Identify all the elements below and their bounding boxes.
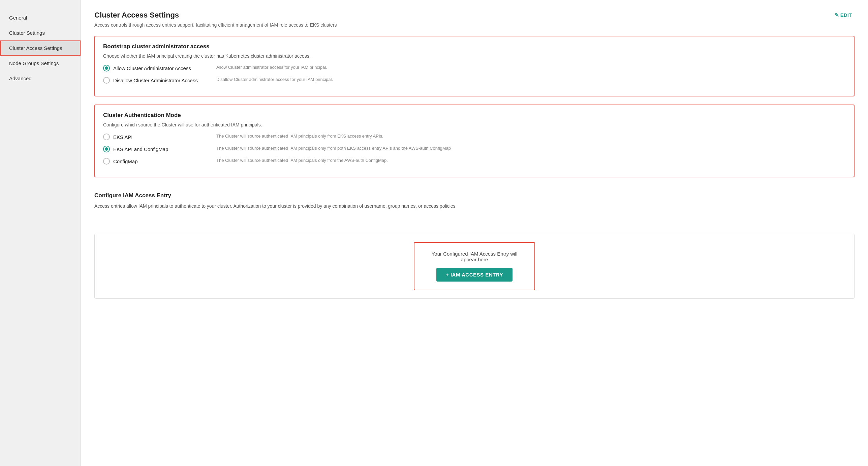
radio-circle-configmap (103, 158, 110, 165)
edit-button[interactable]: ✎ EDIT (832, 11, 855, 20)
sidebar-item-advanced[interactable]: Advanced (0, 71, 81, 86)
radio-circle-disallow (103, 77, 110, 84)
sidebar-item-general[interactable]: General (0, 10, 81, 25)
divider (94, 228, 855, 228)
radio-label-disallow: Disallow Cluster Administrator Access (113, 78, 198, 83)
bootstrap-section: Bootstrap cluster administrator access C… (94, 36, 855, 96)
radio-label-configmap: ConfigMap (113, 158, 138, 164)
radio-circle-allow (103, 65, 110, 71)
radio-description-disallow: Disallow Cluster administrator access fo… (211, 77, 846, 82)
radio-option-configmap[interactable]: ConfigMap (103, 158, 211, 165)
iam-placeholder-wrapper: Your Configured IAM Access Entry will ap… (94, 234, 855, 299)
radio-circle-eks-api (103, 134, 110, 140)
radio-description-eks-api: The Cluster will source authenticated IA… (211, 134, 846, 139)
bootstrap-section-title: Bootstrap cluster administrator access (103, 43, 846, 50)
radio-row-eks-api-configmap: EKS API and ConfigMapThe Cluster will so… (103, 146, 846, 152)
auth-mode-section-title: Cluster Authentication Mode (103, 112, 846, 119)
radio-circle-eks-api-configmap (103, 146, 110, 152)
radio-row-disallow: Disallow Cluster Administrator AccessDis… (103, 77, 846, 84)
iam-section-title: Configure IAM Access Entry (94, 192, 855, 199)
iam-section-description: Access entries allow IAM principals to a… (94, 202, 855, 210)
radio-description-allow: Allow Cluster administrator access for y… (211, 65, 846, 70)
radio-label-eks-api: EKS API (113, 134, 133, 140)
iam-placeholder-text: Your Configured IAM Access Entry will ap… (425, 251, 524, 262)
auth-mode-section: Cluster Authentication Mode Configure wh… (94, 105, 855, 177)
radio-label-allow: Allow Cluster Administrator Access (113, 65, 191, 71)
radio-row-eks-api: EKS APIThe Cluster will source authentic… (103, 134, 846, 140)
auth-mode-section-description: Configure which source the Cluster will … (103, 122, 846, 127)
iam-access-entry-button[interactable]: + IAM ACCESS ENTRY (436, 268, 513, 282)
page-header: Cluster Access Settings ✎ EDIT (94, 11, 855, 20)
sidebar-item-node-groups-settings[interactable]: Node Groups Settings (0, 56, 81, 71)
radio-option-disallow[interactable]: Disallow Cluster Administrator Access (103, 77, 211, 84)
radio-row-configmap: ConfigMapThe Cluster will source authent… (103, 158, 846, 165)
radio-label-eks-api-configmap: EKS API and ConfigMap (113, 146, 168, 152)
radio-description-eks-api-configmap: The Cluster will source authenticated IA… (211, 146, 846, 151)
radio-option-allow[interactable]: Allow Cluster Administrator Access (103, 65, 211, 71)
page-title: Cluster Access Settings (94, 11, 179, 20)
radio-description-configmap: The Cluster will source authenticated IA… (211, 158, 846, 163)
bootstrap-section-description: Choose whether the IAM principal creatin… (103, 53, 846, 59)
sidebar-item-cluster-access-settings[interactable]: Cluster Access Settings (0, 40, 81, 56)
page-description: Access controls through access entries s… (94, 22, 855, 28)
radio-option-eks-api[interactable]: EKS API (103, 134, 211, 140)
radio-option-eks-api-configmap[interactable]: EKS API and ConfigMap (103, 146, 211, 152)
sidebar: GeneralCluster SettingsCluster Access Se… (0, 0, 81, 466)
radio-row-allow: Allow Cluster Administrator AccessAllow … (103, 65, 846, 71)
bootstrap-options: Allow Cluster Administrator AccessAllow … (103, 65, 846, 84)
iam-placeholder-box: Your Configured IAM Access Entry will ap… (414, 242, 535, 290)
iam-section: Configure IAM Access Entry Access entrie… (94, 185, 855, 223)
main-content: Cluster Access Settings ✎ EDIT Access co… (81, 0, 868, 466)
sidebar-item-cluster-settings[interactable]: Cluster Settings (0, 25, 81, 40)
auth-mode-options: EKS APIThe Cluster will source authentic… (103, 134, 846, 165)
